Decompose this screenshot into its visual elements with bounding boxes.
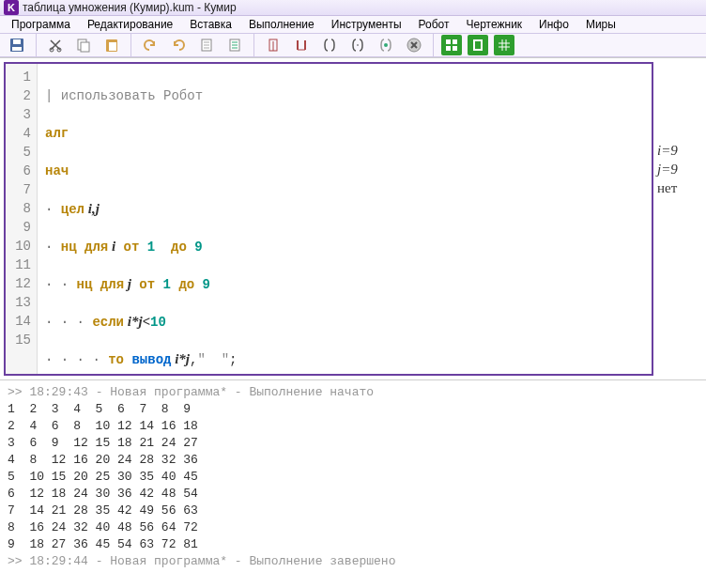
menu-insert[interactable]: Вставка [182, 16, 239, 33]
output-row: 8 16 24 32 40 48 56 64 72 [8, 519, 698, 536]
paste-icon[interactable] [100, 34, 123, 56]
svg-rect-27 [453, 39, 457, 44]
code-editor[interactable]: | использовать Робот алг нач · цел i,j ·… [38, 64, 652, 374]
svg-rect-26 [446, 39, 451, 44]
run-step-icon[interactable] [290, 34, 313, 56]
svg-rect-2 [13, 39, 21, 44]
svg-rect-8 [109, 42, 116, 51]
menu-info[interactable]: Инфо [531, 16, 576, 33]
cut-icon[interactable] [44, 34, 67, 56]
app-icon: K [4, 0, 19, 15]
svg-rect-1 [12, 47, 22, 51]
output-row: 1 2 3 4 5 6 7 8 9 [8, 401, 698, 418]
output-row: 5 10 15 20 25 30 35 40 45 [8, 469, 698, 486]
menu-program[interactable]: Программа [4, 16, 78, 33]
output-row: 3 6 9 12 15 18 21 24 27 [8, 435, 698, 452]
undo-icon[interactable] [139, 34, 161, 56]
editor-wrap: 123456789101112131415 | использовать Роб… [4, 62, 653, 376]
svg-rect-32 [498, 39, 511, 52]
line-gutter: 123456789101112131415 [6, 64, 38, 374]
output-row: 6 12 18 24 30 36 42 48 54 [8, 486, 698, 503]
output-row: 2 4 6 8 10 12 14 16 18 [8, 418, 698, 435]
menubar: Программа Редактирование Вставка Выполне… [0, 16, 706, 34]
variable-panel: i=9 j=9 нет [657, 62, 702, 376]
var-result: нет [657, 178, 702, 197]
brace2-icon[interactable] [346, 34, 369, 56]
grid3-icon[interactable] [494, 35, 514, 55]
redo-icon[interactable] [167, 34, 190, 56]
menu-drafter[interactable]: Чертежник [459, 16, 530, 33]
doc2-icon[interactable] [223, 34, 246, 56]
run-all-icon[interactable] [262, 34, 284, 56]
stop-icon[interactable] [403, 34, 425, 56]
menu-run[interactable]: Выполнение [241, 16, 322, 33]
output-row: 4 8 12 16 20 24 28 32 36 [8, 452, 698, 469]
brace3-icon[interactable] [375, 34, 397, 56]
window-title: таблица умножения (Кумир).kum - Кумир [23, 1, 237, 14]
svg-rect-28 [446, 46, 451, 51]
output-panel: >> 18:29:43 - Новая программа* - Выполне… [0, 379, 706, 588]
titlebar: K таблица умножения (Кумир).kum - Кумир [0, 0, 706, 16]
menu-edit[interactable]: Редактирование [80, 16, 180, 33]
save-icon[interactable] [6, 34, 28, 56]
grid2-icon[interactable] [468, 35, 488, 55]
output-row: 7 14 21 28 35 42 49 56 63 [8, 503, 698, 519]
copy-icon[interactable] [72, 34, 95, 56]
workspace: 123456789101112131415 | использовать Роб… [0, 57, 706, 379]
menu-robot[interactable]: Робот [411, 16, 457, 33]
var-i: i=9 [657, 141, 702, 160]
menu-worlds[interactable]: Миры [578, 16, 623, 33]
toolbar [0, 34, 706, 57]
doc1-icon[interactable] [195, 34, 218, 56]
brace1-icon[interactable] [318, 34, 341, 56]
var-j: j=9 [657, 160, 702, 178]
grid1-icon[interactable] [441, 35, 462, 55]
svg-rect-29 [453, 46, 457, 51]
svg-point-21 [384, 43, 388, 47]
svg-rect-6 [81, 42, 89, 52]
output-row: 9 18 27 36 45 54 63 72 81 [8, 536, 698, 553]
menu-tools[interactable]: Инструменты [324, 16, 409, 33]
